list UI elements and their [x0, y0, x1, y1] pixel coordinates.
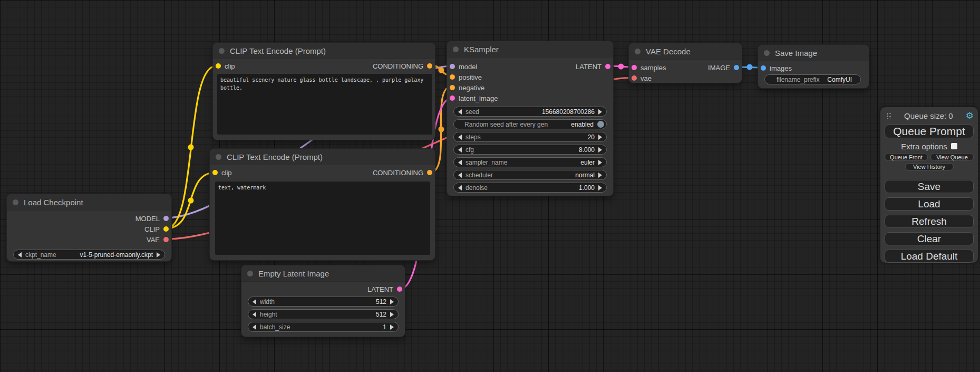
widget-ckpt-name[interactable]: ckpt_name v1-5-pruned-emaonly.ckpt: [13, 250, 165, 260]
next-arrow-icon[interactable]: [598, 185, 602, 190]
load-button[interactable]: Load: [885, 197, 974, 211]
next-arrow-icon[interactable]: [598, 135, 602, 140]
prev-arrow-icon[interactable]: [458, 160, 462, 165]
next-arrow-icon[interactable]: [390, 325, 394, 330]
output-slot-conditioning-icon[interactable]: [427, 170, 432, 175]
widget-label: Random seed after every gen: [458, 121, 567, 128]
node-vae-decode[interactable]: VAE Decode samples IMAGE vae: [629, 43, 742, 83]
input-slot-images-icon[interactable]: [761, 65, 766, 71]
widget-denoise[interactable]: denoise 1.000: [453, 183, 607, 193]
widget-seed[interactable]: seed 156680208700286: [453, 107, 607, 117]
output-slot-clip-icon[interactable]: [163, 226, 169, 232]
node-title-bar[interactable]: Save Image: [758, 45, 869, 61]
input-slot-clip-icon[interactable]: [216, 63, 221, 69]
widget-batch-size[interactable]: batch_size 1: [248, 322, 399, 332]
next-arrow-icon[interactable]: [598, 160, 602, 165]
input-slot-latent-image-icon[interactable]: [450, 96, 455, 101]
output-slot-conditioning-icon[interactable]: [427, 63, 432, 69]
collapse-dot-icon[interactable]: [247, 271, 253, 276]
next-arrow-icon[interactable]: [598, 109, 602, 115]
view-queue-button[interactable]: View Queue: [930, 153, 974, 161]
input-slot-negative-icon[interactable]: [450, 85, 455, 90]
node-clip-text-encode-negative[interactable]: CLIP Text Encode (Prompt) clip CONDITION…: [210, 149, 435, 260]
collapse-dot-icon[interactable]: [635, 49, 641, 54]
queue-front-button[interactable]: Queue Front: [885, 153, 928, 161]
widget-random-seed-toggle[interactable]: Random seed after every gen enabled: [453, 119, 607, 129]
output-label: LATENT: [367, 285, 393, 293]
extra-options-label: Extra options: [901, 142, 947, 151]
view-history-button[interactable]: View History: [905, 163, 954, 170]
node-clip-text-encode-positive[interactable]: CLIP Text Encode (Prompt) clip CONDITION…: [213, 43, 435, 140]
input-label: positive: [459, 73, 482, 81]
widget-scheduler[interactable]: scheduler normal: [453, 170, 607, 180]
input-slot-clip-icon[interactable]: [212, 170, 218, 175]
prev-arrow-icon[interactable]: [253, 325, 256, 330]
collapse-dot-icon[interactable]: [219, 48, 225, 54]
widget-label: seed: [465, 108, 538, 116]
negative-prompt-textarea[interactable]: text, watermark: [215, 182, 430, 255]
widget-sampler-name[interactable]: sampler_name euler: [453, 157, 607, 167]
save-button[interactable]: Save: [885, 180, 974, 193]
output-slot-latent-icon[interactable]: [397, 287, 402, 292]
settings-gear-icon[interactable]: ⚙: [966, 111, 974, 120]
widget-value: 512: [376, 298, 386, 306]
collapse-dot-icon[interactable]: [13, 199, 18, 205]
prev-arrow-icon[interactable]: [18, 252, 22, 257]
prev-arrow-icon[interactable]: [458, 147, 462, 152]
widget-label: sampler_name: [465, 159, 577, 166]
widget-label: steps: [465, 133, 584, 141]
queue-menu-panel: Queue size: 0 ⚙ Queue Prompt Extra optio…: [880, 107, 978, 263]
node-title-bar[interactable]: Load Checkpoint: [7, 194, 171, 211]
prev-arrow-icon[interactable]: [458, 173, 462, 178]
output-slot-model-icon[interactable]: [163, 216, 169, 221]
widget-height[interactable]: height 512: [248, 309, 399, 319]
input-slot-vae-icon[interactable]: [632, 75, 637, 81]
widget-cfg[interactable]: cfg 8.000: [453, 145, 607, 155]
node-title-bar[interactable]: CLIP Text Encode (Prompt): [210, 149, 435, 165]
next-arrow-icon[interactable]: [598, 173, 602, 178]
node-load-checkpoint[interactable]: Load Checkpoint MODEL CLIP VAE ckpt_name…: [7, 194, 171, 261]
next-arrow-icon[interactable]: [390, 312, 394, 317]
node-empty-latent-image[interactable]: Empty Latent Image LATENT width 512 heig…: [241, 265, 405, 337]
node-title: KSampler: [464, 45, 499, 54]
input-label: vae: [641, 74, 652, 82]
node-title-bar[interactable]: VAE Decode: [629, 43, 742, 60]
input-slot-samples-icon[interactable]: [632, 65, 637, 70]
queue-prompt-button[interactable]: Queue Prompt: [885, 125, 974, 138]
widget-steps[interactable]: steps 20: [453, 132, 607, 142]
widget-value: enabled: [571, 121, 594, 128]
output-slot-image-icon[interactable]: [734, 65, 739, 70]
prev-arrow-icon[interactable]: [253, 312, 256, 317]
extra-options-checkbox[interactable]: [951, 143, 957, 149]
collapse-dot-icon[interactable]: [216, 154, 221, 160]
next-arrow-icon[interactable]: [390, 299, 394, 304]
refresh-button[interactable]: Refresh: [885, 215, 974, 228]
node-title-bar[interactable]: KSampler: [447, 41, 613, 58]
next-arrow-icon[interactable]: [598, 147, 602, 152]
node-title-bar[interactable]: CLIP Text Encode (Prompt): [213, 43, 435, 59]
node-graph-canvas[interactable]: CLIP Text Encode (Prompt) clip CONDITION…: [0, 0, 980, 372]
load-default-button[interactable]: Load Default: [885, 250, 974, 263]
widget-width[interactable]: width 512: [248, 297, 399, 307]
toggle-circle-icon[interactable]: [597, 121, 604, 128]
clear-button[interactable]: Clear: [885, 232, 974, 245]
widget-label: batch_size: [260, 323, 379, 331]
positive-prompt-textarea[interactable]: beautiful scenery nature glass bottle la…: [217, 74, 432, 135]
widget-filename-prefix[interactable]: filename_prefix ComfyUI: [764, 74, 861, 84]
collapse-dot-icon[interactable]: [764, 50, 770, 56]
next-arrow-icon[interactable]: [157, 252, 160, 257]
prev-arrow-icon[interactable]: [253, 299, 256, 304]
link-clip-to-positive-prompt: [166, 66, 216, 228]
input-slot-positive-icon[interactable]: [450, 74, 455, 80]
prev-arrow-icon[interactable]: [458, 135, 462, 140]
prev-arrow-icon[interactable]: [458, 185, 462, 190]
node-save-image[interactable]: Save Image images filename_prefix ComfyU…: [758, 45, 869, 88]
output-slot-vae-icon[interactable]: [163, 237, 169, 242]
node-title-bar[interactable]: Empty Latent Image: [241, 265, 405, 282]
node-ksampler[interactable]: KSampler model LATENT positive negative …: [447, 41, 613, 196]
output-slot-latent-icon[interactable]: [605, 64, 610, 69]
drag-handle-icon[interactable]: [886, 112, 891, 119]
collapse-dot-icon[interactable]: [453, 46, 459, 52]
input-slot-model-icon[interactable]: [450, 64, 455, 69]
prev-arrow-icon[interactable]: [458, 109, 462, 115]
